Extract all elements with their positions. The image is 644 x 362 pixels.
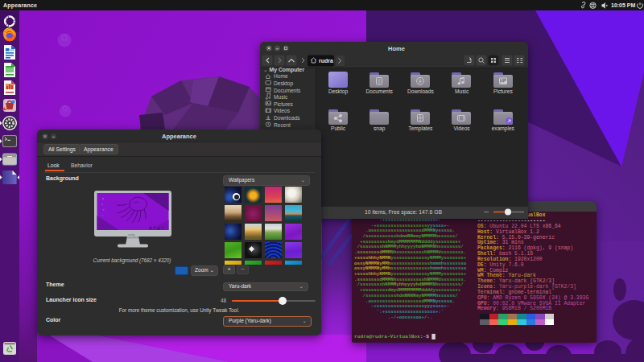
svg-text:rudra: rudra <box>319 58 333 64</box>
svg-text:Recent: Recent <box>274 121 291 127</box>
svg-text:Desktop: Desktop <box>274 80 294 87</box>
svg-text:Downloads: Downloads <box>274 115 300 121</box>
svg-text:Documents: Documents <box>274 87 301 93</box>
svg-text:Videos: Videos <box>274 108 291 113</box>
svg-text:Music: Music <box>274 94 288 100</box>
svg-text:Pictures: Pictures <box>274 101 294 106</box>
svg-text:unity: unity <box>128 232 134 237</box>
svg-text:Home: Home <box>274 73 288 79</box>
